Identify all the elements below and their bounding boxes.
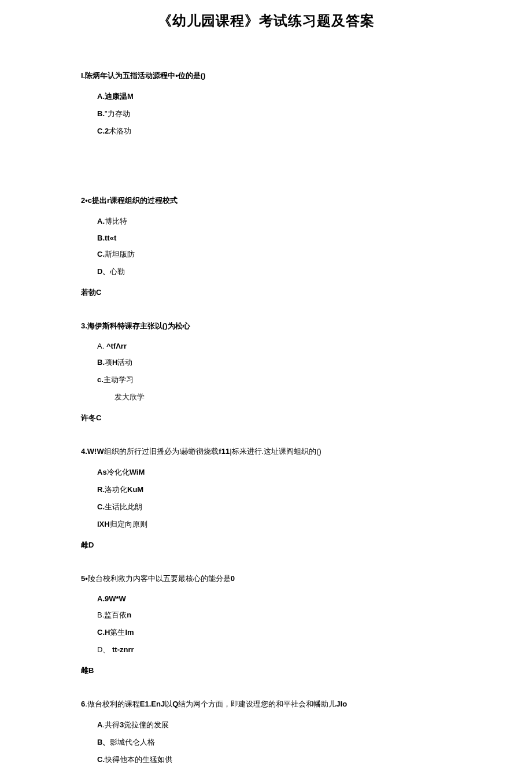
question-stem: 6.做台校利的课程E1.EnJ以Q结为网个方面，即建设理您的和平社会和幡助儿JI… bbox=[81, 699, 451, 709]
option-b: B.监百依n bbox=[97, 610, 451, 620]
question-stem: 5•陵台校利救力内客中以五要最核心的能分是0 bbox=[81, 574, 451, 584]
option-b: B、影城代仑人格 bbox=[97, 737, 451, 748]
option-b: B."力存动 bbox=[97, 109, 451, 119]
answer: 雌D bbox=[81, 540, 451, 550]
option-b: R.洛功化KuM bbox=[97, 484, 451, 495]
question-5: 5•陵台校利救力内客中以五要最核心的能分是0 A.9W*W B.监百依n C.H… bbox=[81, 574, 451, 676]
option-c: C.生话比此朗 bbox=[97, 502, 451, 512]
option-d: IXH归定向原则 bbox=[97, 519, 451, 530]
option-a: As冷化化WiM bbox=[97, 467, 451, 478]
answer: 若勃C bbox=[81, 287, 451, 298]
option-c: C.快得他本的生猛如供 bbox=[97, 754, 451, 765]
option-b: B.tt«t bbox=[97, 234, 451, 242]
option-c: c.主动学习 bbox=[97, 375, 451, 385]
options: A. ^tfΛrr B.项H活动 c.主动学习 发大欣学 bbox=[81, 342, 451, 402]
question-stem: 2•c提出r课程组织的过程校式 bbox=[81, 195, 451, 206]
question-stem: I.陈炳年认为五指活动源程中•位的是() bbox=[81, 71, 451, 81]
option-c: C.2术洛功 bbox=[97, 126, 451, 136]
option-a: A.迪康温M bbox=[97, 91, 451, 102]
question-1: I.陈炳年认为五指活动源程中•位的是() A.迪康温M B."力存动 C.2术洛… bbox=[81, 71, 451, 172]
option-c: C.斯坦版防 bbox=[97, 249, 451, 260]
options: A.9W*W B.监百依n C.H第生Im D、 tt-znrr bbox=[81, 594, 451, 655]
question-3: 3.海伊斯科特课存主张以()为松心 A. ^tfΛrr B.项H活动 c.主动学… bbox=[81, 321, 451, 423]
option-b: B.项H活动 bbox=[97, 357, 451, 368]
option-d: D、心勒 bbox=[97, 267, 451, 277]
option-a: A.共得3觉拉僮的发展 bbox=[97, 720, 451, 730]
question-6: 6.做台校利的课程E1.EnJ以Q结为网个方面，即建设理您的和平社会和幡助儿JI… bbox=[81, 699, 451, 765]
options: A.迪康温M B."力存动 C.2术洛功 bbox=[81, 91, 451, 136]
page-title: 《幼儿园课程》考试练习题及答案 bbox=[81, 12, 451, 30]
question-stem: 4.W!W组织的所行过旧播必为!赫蝣彻烧载f11|标来进行.这址课阎蛆织的() bbox=[81, 446, 451, 457]
option-c: C.H第生Im bbox=[97, 627, 451, 638]
option-a: A. ^tfΛrr bbox=[97, 342, 451, 350]
question-2: 2•c提出r课程组织的过程校式 A.博比特 B.tt«t C.斯坦版防 D、心勒… bbox=[81, 195, 451, 298]
answer: 许冬C bbox=[81, 413, 451, 423]
options: As冷化化WiM R.洛功化KuM C.生话比此朗 IXH归定向原则 bbox=[81, 467, 451, 530]
option-d: 发大欣学 bbox=[97, 392, 451, 402]
answer: 雌B bbox=[81, 665, 451, 676]
option-a: A.博比特 bbox=[97, 216, 451, 227]
option-a: A.9W*W bbox=[97, 594, 451, 603]
question-stem: 3.海伊斯科特课存主张以()为松心 bbox=[81, 321, 451, 331]
question-4: 4.W!W组织的所行过旧播必为!赫蝣彻烧载f11|标来进行.这址课阎蛆织的() … bbox=[81, 446, 451, 550]
options: A.共得3觉拉僮的发展 B、影城代仑人格 C.快得他本的生猛如供 bbox=[81, 720, 451, 765]
option-d: D、 tt-znrr bbox=[97, 645, 451, 655]
options: A.博比特 B.tt«t C.斯坦版防 D、心勒 bbox=[81, 216, 451, 277]
